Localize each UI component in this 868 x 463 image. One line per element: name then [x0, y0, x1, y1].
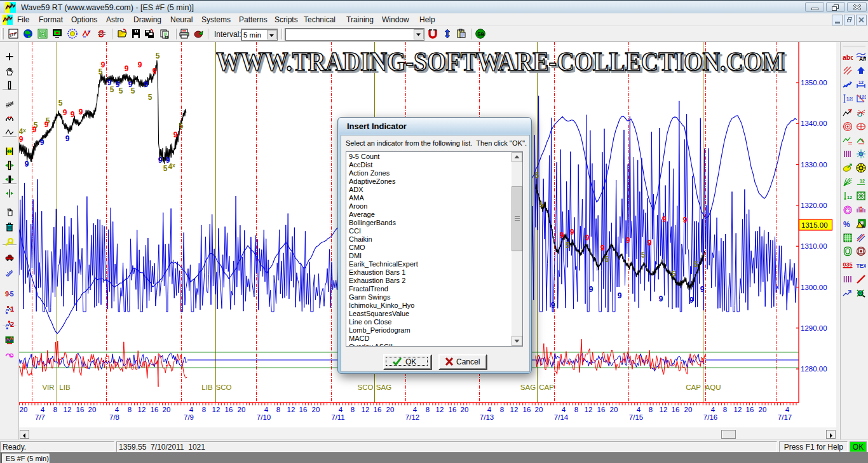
- svg-text:9: 9: [144, 80, 149, 89]
- svg-text:8: 8: [500, 406, 504, 413]
- svg-text:4: 4: [41, 406, 45, 413]
- svg-text:8: 8: [351, 406, 355, 413]
- svg-text:16: 16: [151, 406, 159, 413]
- svg-text:1350.00: 1350.00: [801, 79, 827, 86]
- svg-text:8: 8: [426, 406, 430, 413]
- svg-text:9: 9: [44, 120, 49, 129]
- svg-text:59: 59: [477, 31, 484, 38]
- svg-text:12: 12: [287, 406, 295, 413]
- svg-text:4: 4: [711, 406, 715, 413]
- svg-text:%: %: [843, 220, 850, 229]
- svg-text:AQU: AQU: [705, 384, 721, 391]
- svg-text:8: 8: [574, 406, 578, 413]
- svg-text:5: 5: [539, 200, 544, 209]
- svg-text:1315.00: 1315.00: [801, 221, 828, 229]
- svg-text:20: 20: [312, 406, 320, 413]
- svg-text:LIB: LIB: [201, 384, 213, 391]
- svg-text:5: 5: [641, 251, 646, 259]
- svg-text:5: 5: [694, 260, 698, 269]
- svg-text:16: 16: [374, 406, 382, 413]
- svg-text:9: 9: [25, 160, 29, 169]
- svg-text:1300.00: 1300.00: [801, 284, 827, 291]
- svg-text:8: 8: [128, 406, 132, 413]
- svg-text:4: 4: [637, 406, 641, 413]
- svg-text:12: 12: [510, 406, 519, 413]
- svg-text:9: 9: [107, 78, 112, 87]
- svg-text:AR: AR: [859, 56, 866, 62]
- svg-text:9: 9: [101, 60, 105, 69]
- svg-text:9: 9: [65, 134, 70, 143]
- svg-text:9: 9: [116, 80, 120, 89]
- svg-text:9: 9: [662, 215, 667, 224]
- svg-text:4: 4: [189, 406, 194, 413]
- svg-text:5: 5: [10, 290, 14, 298]
- svg-text:035: 035: [843, 261, 853, 268]
- svg-text:7/15: 7/15: [629, 413, 643, 421]
- svg-text:5: 5: [535, 171, 539, 180]
- svg-text:SAG: SAG: [520, 384, 536, 391]
- svg-text:5: 5: [163, 164, 168, 173]
- svg-text:9: 9: [158, 156, 163, 165]
- svg-text:4: 4: [115, 406, 119, 413]
- svg-text:9: 9: [626, 236, 630, 245]
- svg-text:9: 9: [32, 125, 37, 134]
- svg-text:20: 20: [461, 406, 469, 413]
- svg-text:12: 12: [860, 179, 865, 183]
- svg-text:TEXT: TEXT: [857, 263, 867, 269]
- svg-text:9: 9: [585, 233, 590, 242]
- svg-text:8: 8: [649, 406, 653, 413]
- svg-text:7/16: 7/16: [703, 413, 717, 421]
- svg-text:7/8: 7/8: [109, 413, 119, 421]
- svg-text:12: 12: [734, 406, 742, 413]
- svg-text:5: 5: [605, 255, 609, 264]
- svg-text:9: 9: [683, 216, 688, 225]
- svg-text:12: 12: [660, 406, 668, 413]
- svg-text:12: 12: [858, 80, 864, 85]
- svg-text:SCO: SCO: [358, 384, 374, 391]
- svg-text:VIR: VIR: [42, 384, 54, 391]
- svg-text:12: 12: [436, 406, 444, 413]
- svg-text:20: 20: [163, 406, 171, 413]
- svg-text:5: 5: [566, 241, 570, 250]
- svg-text:9: 9: [125, 64, 129, 73]
- svg-text:8: 8: [723, 406, 727, 413]
- svg-text:4: 4: [487, 406, 492, 413]
- svg-text:9: 9: [600, 244, 605, 252]
- svg-text:9: 9: [128, 80, 133, 89]
- svg-text:9: 9: [5, 290, 9, 298]
- svg-text:9: 9: [138, 60, 142, 69]
- svg-text:1290.00: 1290.00: [801, 324, 827, 332]
- svg-text:9: 9: [63, 108, 67, 117]
- svg-text:1280.00: 1280.00: [801, 365, 827, 373]
- svg-text:16: 16: [299, 406, 308, 413]
- svg-text:20: 20: [610, 406, 618, 413]
- svg-text:5: 5: [148, 93, 153, 102]
- svg-text:7/17: 7/17: [778, 413, 792, 421]
- svg-text:16: 16: [597, 406, 606, 413]
- svg-text:9: 9: [71, 110, 75, 119]
- svg-text:5: 5: [179, 121, 184, 130]
- svg-text:12: 12: [212, 406, 220, 413]
- svg-text:1340.00: 1340.00: [801, 120, 827, 127]
- svg-text:WWW.TRADING-SOFTWARE-COLLECTIO: WWW.TRADING-SOFTWARE-COLLECTION.COM: [216, 46, 785, 76]
- svg-text:20: 20: [386, 406, 395, 413]
- svg-text:9: 9: [648, 238, 652, 247]
- svg-text:4: 4: [264, 406, 269, 413]
- svg-text:7/10: 7/10: [257, 413, 271, 421]
- svg-text:SAG: SAG: [376, 384, 391, 391]
- svg-text:12: 12: [64, 406, 72, 413]
- svg-text:7/13: 7/13: [480, 413, 494, 421]
- svg-text:9: 9: [40, 138, 44, 147]
- svg-text:5: 5: [156, 52, 160, 60]
- svg-text:5: 5: [58, 99, 63, 107]
- svg-text:CAP: CAP: [539, 384, 554, 391]
- svg-text:12: 12: [847, 195, 852, 200]
- svg-text:9: 9: [166, 156, 170, 165]
- svg-text:9: 9: [173, 130, 178, 139]
- svg-text:5: 5: [672, 270, 676, 279]
- svg-text:123: 123: [846, 96, 853, 102]
- svg-text:abc: abc: [843, 53, 853, 61]
- svg-text:12: 12: [362, 406, 370, 413]
- svg-text:16: 16: [76, 406, 85, 413]
- svg-text:16: 16: [672, 406, 680, 413]
